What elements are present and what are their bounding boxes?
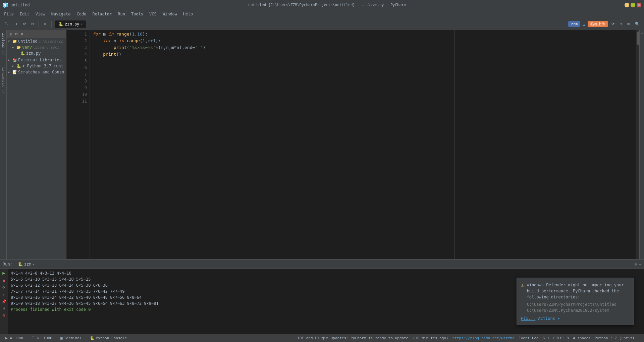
run-tab-name: zzm [24, 262, 32, 267]
menu-view[interactable]: View [33, 11, 48, 17]
notif-warning-icon: ⚠ [521, 282, 524, 288]
right-tool-panel: ≡ [639, 30, 644, 259]
menu-edit[interactable]: Edit [17, 11, 32, 17]
status-encoding[interactable]: CRLF: 8 [553, 336, 569, 340]
run-settings-btn[interactable]: ⚙ [635, 262, 637, 267]
tree-root-untitled[interactable]: ▼ 📁 untitled C:\Users\ZZ [7, 38, 66, 44]
status-run-tab[interactable]: ▶ 4: Run [3, 335, 26, 341]
status-position[interactable]: 6:1 [543, 336, 549, 340]
run-tab-close[interactable]: ✕ [33, 263, 35, 266]
notif-dirs: C:\Users\ZZM\PycharmProjects\untitledC:\… [527, 301, 630, 314]
menu-vcs[interactable]: VCS [147, 11, 159, 17]
tree-root-path: C:\Users\ZZ [39, 39, 63, 44]
close-button[interactable]: ✕ [637, 3, 641, 7]
editor-divider [454, 30, 455, 259]
status-update-text[interactable]: IDE and Plugin Updates: PyCharm is ready… [297, 336, 448, 340]
tree-venv-label: venv [22, 45, 32, 50]
notification-popup: ⚠ Windows Defender might be impacting yo… [517, 278, 634, 325]
refresh-btn[interactable]: ⟳ [21, 21, 28, 27]
minimize-button[interactable]: − [625, 3, 629, 7]
code-editor[interactable]: for m in range(1,10): for n in range(1,m… [90, 30, 636, 259]
maximize-button[interactable]: □ [631, 3, 635, 7]
bp-9 [66, 84, 73, 91]
venv-icon: 📂 [16, 45, 21, 50]
notif-actions-label: Actions [538, 316, 555, 321]
editor-scrollbar[interactable] [636, 30, 639, 259]
collapse-btn[interactable]: ⊟ [30, 21, 36, 27]
tree-venv[interactable]: ▶ 📂 venv library root [7, 44, 66, 50]
run-rerun-btn[interactable]: ⟳ [2, 285, 5, 290]
editor-tab-zzm[interactable]: 🐍 zzm.py ✕ [55, 20, 86, 28]
bp-3 [66, 44, 73, 51]
notif-header: ⚠ Windows Defender might be impacting yo… [521, 282, 630, 314]
settings-btn[interactable]: ⚙ [42, 21, 48, 27]
run-panel-header: Run: 🐍 zzm ✕ ⚙ − [0, 260, 644, 269]
tree-root-label: untitled [18, 39, 38, 44]
cloud-icon[interactable]: ☁ [582, 21, 586, 27]
run-print-btn[interactable]: 🖨 [2, 306, 6, 311]
project-locate-btn[interactable]: ◎ [9, 32, 13, 37]
bp-8 [66, 78, 73, 84]
sidebar-tab-structure[interactable]: 2: Structure [0, 64, 6, 96]
project-collapse-btn[interactable]: ⊟ [14, 32, 19, 37]
refresh-toolbar-btn[interactable]: ⟳ [610, 21, 616, 27]
python-console-icon: 🐍 [90, 336, 95, 340]
project-dropdown[interactable]: P... ▾ [3, 21, 19, 27]
run-minimize-btn[interactable]: − [639, 262, 641, 267]
status-terminal-tab[interactable]: ▣ Terminal [58, 335, 85, 341]
project-settings-btn[interactable]: ⚙ [20, 32, 24, 37]
line-numbers: 12345 67891011 [73, 30, 90, 259]
tree-external-libs[interactable]: ▶ 📚 External Libraries [7, 57, 66, 63]
menu-file[interactable]: File [1, 11, 16, 17]
tree-zzm-file[interactable]: 🐍 zzm.py [7, 50, 66, 56]
menu-refactor[interactable]: Refactor [90, 11, 114, 17]
libs-icon: 📚 [12, 58, 17, 62]
menu-help[interactable]: Help [180, 11, 196, 17]
menu-tools[interactable]: Tools [128, 11, 146, 17]
sidebar-tab-project[interactable]: 1: Project [0, 30, 6, 58]
status-spaces[interactable]: 4 spaces [573, 336, 591, 340]
status-python-console-tab[interactable]: 🐍 Python Console [87, 335, 130, 341]
tab-icon: 🐍 [58, 22, 63, 26]
notif-fix-link[interactable]: Fix... [521, 316, 535, 321]
python-file-icon: 🐍 [20, 51, 25, 56]
right-tool-btn-1[interactable]: ≡ [641, 32, 643, 35]
expand-icon-venv: ▶ [12, 46, 15, 49]
status-event-log[interactable]: Event Log [519, 336, 539, 340]
menu-window[interactable]: Window [160, 11, 180, 17]
zzm-badge[interactable]: zzm [568, 21, 580, 27]
run-label: Run: [3, 262, 12, 267]
search-toolbar-btn[interactable]: 🔍 [633, 21, 641, 27]
tree-extlibs-label: External Libraries [18, 58, 62, 62]
bp-6 [66, 64, 73, 71]
run-pin-btn[interactable]: 📌 [2, 299, 6, 304]
project-panel-header: ◎ ⊟ ⚙ [7, 30, 66, 38]
run-scroll-top-btn[interactable]: ⇑ [3, 292, 5, 297]
expand-icon: ▼ [8, 40, 11, 43]
status-todo-tab[interactable]: ☰ 6: TODO [29, 335, 55, 341]
menu-navigate[interactable]: Navigate [49, 11, 73, 17]
layout-toolbar-btn[interactable]: ⊟ [618, 21, 624, 27]
terminal-label: Terminal [64, 336, 82, 340]
status-bar: ▶ 4: Run ☰ 6: TODO ▣ Terminal 🐍 Python C… [0, 334, 644, 342]
run-stop-btn[interactable]: ■ [3, 278, 5, 283]
status-python-ver[interactable]: Python 3.7 (untitl... [595, 336, 641, 340]
status-blog-url[interactable]: https://blog.csdn.net/wszzma [452, 336, 515, 340]
run-tab-zzm[interactable]: 🐍 zzm ✕ [15, 261, 37, 267]
status-right: IDE and Plugin Updates: PyCharm is ready… [297, 336, 641, 340]
app-icon: 🧊 [3, 2, 8, 8]
notif-actions-dropdown[interactable]: Actions ▾ [538, 316, 560, 321]
expand-toolbar-btn[interactable]: ⊞ [626, 21, 631, 27]
run-play-btn[interactable]: ▶ [2, 270, 5, 276]
expand-icon-scratch: ▶ [8, 70, 11, 74]
tree-scratches-label: Scratches and Conso [18, 70, 64, 74]
tree-scratches[interactable]: ▶ 📝 Scratches and Conso [7, 69, 66, 75]
menu-run[interactable]: Run [115, 11, 128, 17]
run-trash-btn[interactable]: 🗑 [2, 314, 6, 318]
menu-code[interactable]: Code [74, 11, 89, 17]
upload-badge[interactable]: 临临上传 [588, 21, 608, 27]
tree-python37[interactable]: ▶ 🐍 < Python 3.7 (unt [7, 63, 66, 69]
tab-label: zzm.py [65, 22, 79, 26]
tab-close-btn[interactable]: ✕ [80, 22, 83, 26]
title-bar-controls: − □ ✕ [625, 3, 641, 7]
